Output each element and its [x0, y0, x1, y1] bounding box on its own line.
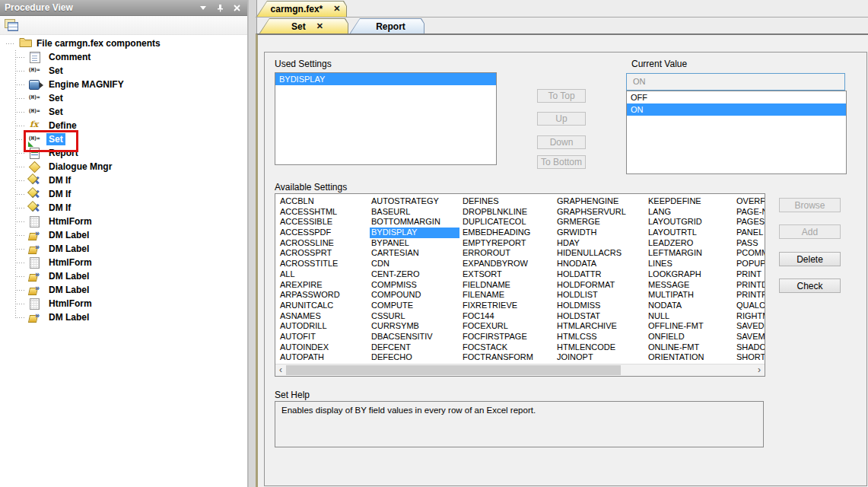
- scroll-left-icon[interactable]: ‹: [275, 364, 286, 376]
- available-setting-item[interactable]: ACCESSIBLE: [278, 217, 368, 228]
- available-setting-item[interactable]: ASNAMES: [278, 311, 368, 322]
- available-setting-item[interactable]: PAGE-N: [735, 207, 765, 218]
- available-setting-item[interactable]: HDAY: [555, 238, 645, 249]
- available-setting-item[interactable]: FOC144: [461, 311, 551, 322]
- close-tab-icon[interactable]: ✕: [316, 21, 323, 31]
- categorize-icon[interactable]: [4, 18, 19, 32]
- available-setting-item[interactable]: SHADO: [735, 342, 765, 353]
- scrollbar-thumb[interactable]: [286, 365, 621, 375]
- available-setting-item[interactable]: CARTESIAN: [370, 248, 459, 259]
- available-setting-item[interactable]: ACROSSLINE: [278, 238, 368, 249]
- tab-carmgn-fex[interactable]: carmgn.fex* ✕: [256, 1, 347, 17]
- available-setting-item[interactable]: PRINTD: [735, 280, 765, 291]
- available-setting-item[interactable]: GRWIDTH: [555, 228, 645, 238]
- available-setting-item[interactable]: LAYOUTGRID: [647, 217, 736, 228]
- available-setting-item[interactable]: FOCTRANSFORM: [461, 352, 551, 363]
- available-setting-item[interactable]: ACCESSHTML: [278, 207, 368, 218]
- available-setting-item[interactable]: PANEL: [735, 228, 765, 238]
- available-setting-item[interactable]: NULL: [647, 311, 736, 322]
- current-value-field[interactable]: ON: [626, 73, 845, 91]
- available-setting-item[interactable]: PRINTPL: [735, 290, 765, 301]
- current-value-option[interactable]: OFF: [627, 91, 846, 103]
- available-setting-item[interactable]: HTMLCSS: [555, 332, 645, 342]
- available-setting-item[interactable]: ACROSSTITLE: [278, 259, 368, 269]
- available-setting-item[interactable]: ORIENTATION: [647, 352, 736, 363]
- available-setting-item[interactable]: EXTSORT: [461, 269, 551, 280]
- used-setting-item[interactable]: BYDISPLAY: [275, 73, 496, 85]
- available-setting-item[interactable]: NODATA: [647, 301, 736, 311]
- available-setting-item[interactable]: AUTOFIT: [278, 332, 368, 342]
- close-panel-icon[interactable]: [232, 3, 241, 12]
- available-setting-item[interactable]: ALL: [278, 269, 368, 280]
- available-setting-item[interactable]: CENT-ZERO: [370, 269, 459, 280]
- browse-button[interactable]: Browse: [779, 198, 841, 212]
- available-setting-item[interactable]: BYPANEL: [370, 238, 459, 249]
- available-setting-item[interactable]: COMPUTE: [370, 301, 459, 311]
- available-setting-item[interactable]: ONFIELD: [647, 332, 736, 342]
- available-setting-item[interactable]: PCOMM: [735, 248, 765, 259]
- available-setting-item[interactable]: ACCESSPDF: [278, 228, 368, 238]
- tree-item-set[interactable]: (H)=Set: [0, 64, 247, 78]
- tab-report[interactable]: Report: [349, 18, 424, 34]
- available-setting-item[interactable]: LINES: [647, 259, 736, 269]
- available-setting-item[interactable]: HOLDMISS: [555, 301, 645, 311]
- available-setting-item[interactable]: HOLDLIST: [555, 290, 645, 301]
- available-setting-item[interactable]: AUTOSTRATEGY: [370, 196, 459, 207]
- tree-root-item[interactable]: File carmgn.fex components: [0, 37, 247, 50]
- available-setting-item[interactable]: HTMLENCODE: [555, 342, 645, 353]
- available-setting-item[interactable]: BASEURL: [370, 207, 459, 218]
- available-setting-item[interactable]: COMPMISS: [370, 280, 459, 291]
- available-setting-item[interactable]: DEFECHO: [370, 352, 459, 363]
- available-setting-item[interactable]: QUALCH: [735, 301, 765, 311]
- available-setting-item[interactable]: BYDISPLAY: [370, 228, 459, 238]
- available-setting-item[interactable]: EMBEDHEADING: [461, 228, 551, 238]
- available-setting-item[interactable]: OVERFL: [735, 196, 765, 207]
- down-button[interactable]: Down: [537, 135, 586, 149]
- available-setting-item[interactable]: PASS: [735, 238, 765, 249]
- auto-hide-pin-icon[interactable]: [215, 3, 224, 12]
- scroll-right-icon[interactable]: ›: [754, 364, 765, 376]
- add-button[interactable]: Add: [779, 224, 841, 239]
- available-setting-item[interactable]: LEFTMARGIN: [647, 248, 736, 259]
- tree-item-set[interactable]: (H)=Set: [0, 91, 247, 105]
- available-setting-item[interactable]: DUPLICATECOL: [461, 217, 551, 228]
- available-setting-item[interactable]: COMPOUND: [370, 290, 459, 301]
- available-setting-item[interactable]: ARUNITCALC: [278, 301, 368, 311]
- available-setting-item[interactable]: CSSURL: [370, 311, 459, 322]
- available-setting-item[interactable]: ACROSSPRT: [278, 248, 368, 259]
- available-setting-item[interactable]: OFFLINE-FMT: [647, 321, 736, 332]
- available-setting-item[interactable]: LOOKGRAPH: [647, 269, 736, 280]
- available-setting-item[interactable]: GRMERGE: [555, 217, 645, 228]
- available-setting-item[interactable]: EMPTYREPORT: [461, 238, 551, 249]
- tree-item-engine-magnify[interactable]: Engine MAGNIFY: [0, 78, 247, 91]
- available-setting-item[interactable]: EXPANDBYROW: [461, 259, 551, 269]
- tree-item-define[interactable]: fxDefine: [0, 119, 247, 132]
- available-setting-item[interactable]: BOTTOMMARGIN: [370, 217, 459, 228]
- available-setting-item[interactable]: KEEPDEFINE: [647, 196, 736, 207]
- available-setting-item[interactable]: SAVEMA: [735, 332, 765, 342]
- tree-item-htmlform[interactable]: HtmlForm: [0, 215, 247, 228]
- available-setting-item[interactable]: AREXPIRE: [278, 280, 368, 291]
- tree-item-dialogue-mngr[interactable]: Dialogue Mngr: [0, 160, 247, 173]
- available-setting-item[interactable]: LEADZERO: [647, 238, 736, 249]
- available-setting-item[interactable]: LAYOUTRTL: [647, 228, 736, 238]
- check-button[interactable]: Check: [779, 279, 841, 293]
- available-setting-item[interactable]: FIXRETRIEVE: [461, 301, 551, 311]
- available-setting-item[interactable]: ERROROUT: [461, 248, 551, 259]
- available-setting-item[interactable]: DBACSENSITIV: [370, 332, 459, 342]
- available-setting-item[interactable]: MULTIPATH: [647, 290, 736, 301]
- tree-item-dm-label[interactable]: »DM Label: [0, 242, 247, 256]
- available-setting-item[interactable]: HNODATA: [555, 259, 645, 269]
- available-setting-item[interactable]: AUTOPATH: [278, 352, 368, 363]
- available-setting-item[interactable]: PRINT: [735, 269, 765, 280]
- available-setting-item[interactable]: FIELDNAME: [461, 280, 551, 291]
- available-setting-item[interactable]: GRAPHENGINE: [555, 196, 645, 207]
- tree-item-comment[interactable]: Comment: [0, 50, 247, 64]
- available-setting-item[interactable]: DROPBLNKLINE: [461, 207, 551, 218]
- available-setting-item[interactable]: AUTODRILL: [278, 321, 368, 332]
- available-setting-item[interactable]: SHORTF: [735, 352, 765, 363]
- available-setting-item[interactable]: HTMLARCHIVE: [555, 321, 645, 332]
- available-setting-item[interactable]: MESSAGE: [647, 280, 736, 291]
- available-setting-item[interactable]: RIGHTM: [735, 311, 765, 322]
- available-setting-item[interactable]: HIDENULLACRS: [555, 248, 645, 259]
